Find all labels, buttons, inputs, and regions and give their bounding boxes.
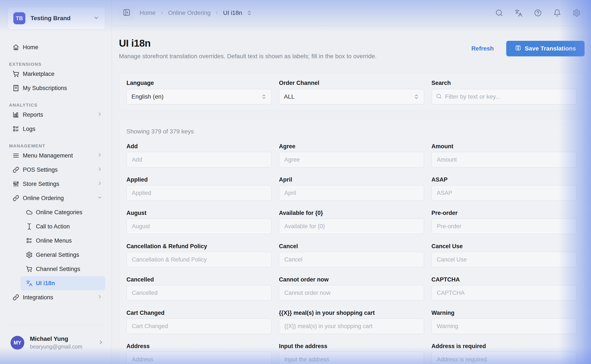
brand-avatar: TB xyxy=(13,12,25,24)
link-icon xyxy=(12,166,20,173)
translation-input[interactable] xyxy=(432,185,577,201)
translation-input[interactable] xyxy=(279,185,424,201)
page-title: UI i18n xyxy=(119,37,377,49)
sidebar-item-store-settings[interactable]: Store Settings xyxy=(7,177,105,191)
chevron-down-icon xyxy=(93,15,99,22)
refresh-button[interactable]: Refresh xyxy=(471,45,494,52)
settings-icon[interactable] xyxy=(572,9,581,17)
panel-left-close-icon xyxy=(123,8,131,17)
sidebar-item-label: Online Menus xyxy=(36,237,72,244)
sidebar-item-label: Menu Management xyxy=(23,152,73,159)
translation-field-warning: Warning xyxy=(432,310,577,334)
languages-icon[interactable] xyxy=(514,9,523,17)
translation-input[interactable] xyxy=(432,318,577,334)
notifications-icon[interactable] xyxy=(553,9,561,17)
translation-input[interactable] xyxy=(279,219,424,234)
translations-grid: Add Agree Amount Applied xyxy=(126,143,577,364)
translation-input[interactable] xyxy=(432,152,577,167)
translations-card: Showing 379 of 379 keys Add Agree Amount xyxy=(119,119,584,364)
translation-input[interactable] xyxy=(126,219,272,234)
translation-input[interactable] xyxy=(279,352,424,364)
translation-input[interactable] xyxy=(432,252,577,267)
translation-input[interactable] xyxy=(126,252,272,267)
chevron-right-icon xyxy=(97,111,103,118)
field-label: Address xyxy=(126,343,272,350)
sidebar-item-my-subscriptions[interactable]: My Subscriptions xyxy=(7,81,105,95)
translation-input[interactable] xyxy=(126,185,272,201)
sidebar-item-label: My Subscriptions xyxy=(23,85,67,91)
translation-input[interactable] xyxy=(126,285,272,301)
breadcrumb-online-ordering[interactable]: Online Ordering xyxy=(168,9,211,16)
list-icon xyxy=(12,125,20,133)
translation-field-asap: ASAP xyxy=(432,176,577,201)
sidebar-item-general-settings[interactable]: General Settings xyxy=(20,248,105,262)
gear-icon xyxy=(26,251,33,258)
translation-field-address: Address xyxy=(126,343,272,364)
link-icon xyxy=(12,195,20,202)
translation-input[interactable] xyxy=(279,152,424,167)
search-icon[interactable] xyxy=(495,9,503,17)
translation-input[interactable] xyxy=(126,352,272,364)
field-label: ASAP xyxy=(432,176,577,183)
sidebar-item-reports[interactable]: Reports xyxy=(7,108,105,122)
search-box xyxy=(432,89,577,104)
brand-selector[interactable]: TB Testing Brand xyxy=(7,7,105,29)
translation-input[interactable] xyxy=(432,352,577,364)
sidebar-item-online-menus[interactable]: Online Menus xyxy=(20,234,105,248)
language-select-value: English (en) xyxy=(131,93,163,100)
translation-field-amount: Amount xyxy=(432,143,577,167)
sidebar-item-home[interactable]: Home xyxy=(7,40,105,54)
order-channel-label: Order Channel xyxy=(279,80,424,86)
sidebar-item-call-to-action[interactable]: Call to Action xyxy=(20,219,105,234)
home-icon xyxy=(12,44,20,51)
sidebar-item-online-categories[interactable]: Online Categories xyxy=(20,205,105,219)
translation-field-captcha: CAPTCHA xyxy=(432,276,577,301)
translation-input[interactable] xyxy=(126,152,272,167)
order-channel-select[interactable]: ALL xyxy=(279,89,424,104)
sidebar-item-pos-settings[interactable]: POS Settings xyxy=(7,163,105,177)
translation-input[interactable] xyxy=(279,252,424,267)
sidebar-item-online-ordering[interactable]: Online Ordering xyxy=(7,191,105,205)
translation-input[interactable] xyxy=(279,318,424,334)
sidebar-item-label: Logs xyxy=(23,126,35,132)
help-icon[interactable] xyxy=(534,9,542,17)
language-label: Language xyxy=(126,80,272,86)
field-label: August xyxy=(126,210,272,216)
bar-chart-icon xyxy=(12,111,20,118)
collapse-sidebar-button[interactable] xyxy=(119,5,134,21)
chevrons-up-down-icon[interactable] xyxy=(246,10,252,16)
sidebar-item-label: UI i18n xyxy=(36,280,55,287)
translation-field-input-the-address: Input the address xyxy=(279,343,424,364)
search-input[interactable] xyxy=(445,93,572,100)
language-select[interactable]: English (en) xyxy=(126,89,272,104)
breadcrumb: Home Online Ordering UI i18n xyxy=(139,9,252,16)
sidebar-item-ui-i18n[interactable]: UI i18n xyxy=(20,276,105,290)
sidebar-item-logs[interactable]: Logs xyxy=(7,122,105,136)
translation-input[interactable] xyxy=(432,285,577,301)
breadcrumb-home[interactable]: Home xyxy=(139,9,156,16)
cloud-icon xyxy=(26,209,33,216)
text-cursor-icon xyxy=(26,223,33,230)
sidebar-item-integrations[interactable]: Integrations xyxy=(7,290,105,305)
topbar-actions xyxy=(495,9,581,17)
field-label: Address is required xyxy=(432,343,577,350)
receipt-icon xyxy=(12,84,20,92)
cart-icon xyxy=(12,70,20,78)
translation-input[interactable] xyxy=(432,219,577,234)
field-label: Add xyxy=(126,143,272,150)
sidebar-item-label: Call to Action xyxy=(36,223,70,230)
sidebar-item-menu-management[interactable]: Menu Management xyxy=(7,149,105,163)
translation-field-agree: Agree xyxy=(279,143,424,167)
user-email: bearyung@gmail.com xyxy=(30,344,82,350)
save-translations-button[interactable]: Save Translations xyxy=(506,41,584,56)
sidebar-item-label: General Settings xyxy=(36,252,79,258)
user-info: Michael Yung bearyung@gmail.com xyxy=(30,335,82,350)
sidebar-item-marketplace[interactable]: Marketplace xyxy=(7,67,105,81)
order-channel-filter: Order Channel ALL xyxy=(279,80,424,104)
chevrons-up-down-icon xyxy=(261,94,267,99)
translation-input[interactable] xyxy=(279,285,424,301)
translation-input[interactable] xyxy=(126,318,272,334)
sidebar-item-channel-settings[interactable]: Channel Settings xyxy=(20,262,105,276)
field-label: CAPTCHA xyxy=(432,276,577,283)
user-menu[interactable]: MY Michael Yung bearyung@gmail.com xyxy=(7,325,105,364)
